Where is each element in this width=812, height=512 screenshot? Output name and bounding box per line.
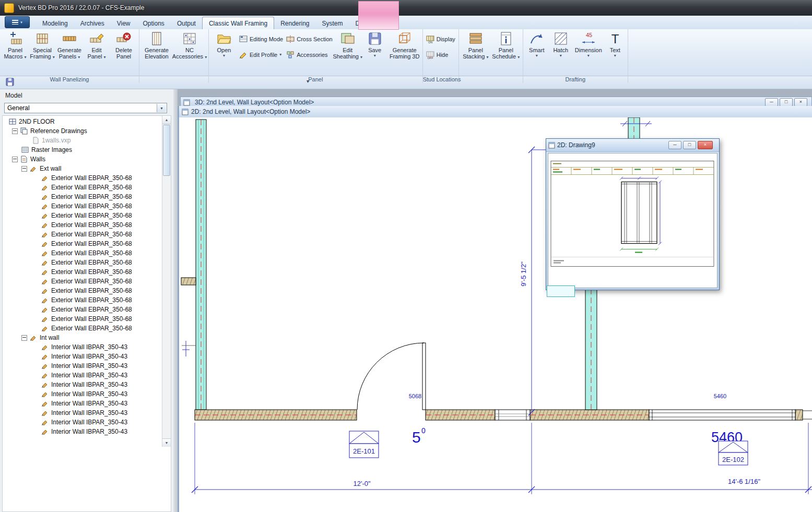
wall-pencil-icon <box>41 315 49 323</box>
chevron-down-icon: ▾ <box>78 55 80 59</box>
tab-output[interactable]: Output <box>171 17 202 29</box>
panel-stacking-button[interactable]: Panel Stacking ▾ <box>461 30 491 68</box>
tree-item-exterior-wall[interactable]: Exterior Wall EBPAR_350-68 <box>3 314 171 324</box>
tree-item-int-wall[interactable]: Int wall <box>3 333 171 342</box>
collapse-box-icon[interactable] <box>12 128 18 134</box>
scrollbar-thumb[interactable] <box>163 125 170 176</box>
smart-button[interactable]: Smart ▾ <box>525 30 549 68</box>
tree-item-interior-wall[interactable]: Interior Wall IBPAR_350-43 <box>3 371 171 380</box>
collapse-box-icon[interactable] <box>12 157 18 162</box>
tab-modeling[interactable]: Modeling <box>36 17 74 29</box>
save-button[interactable]: Save ▾ <box>361 30 389 68</box>
tree-item-2nd-floor[interactable]: 2ND FLOOR <box>3 117 171 126</box>
model-filter-combobox[interactable]: General ▼ <box>4 103 167 113</box>
chevron-down-icon: ▾ <box>536 53 538 58</box>
open-button[interactable]: Open ▾ <box>210 30 238 68</box>
tree-item-exterior-wall[interactable]: Exterior Wall EBPAR_350-68 <box>3 201 171 211</box>
wall-stub <box>181 278 196 285</box>
tree-item-interior-wall[interactable]: Interior Wall IBPAR_350-43 <box>3 389 171 399</box>
tree-item-exterior-wall[interactable]: Exterior Wall EBPAR_350-68 <box>3 277 171 286</box>
scroll-down-arrow-icon[interactable]: ▼ <box>162 438 171 447</box>
tree-item-exterior-wall[interactable]: Exterior Wall EBPAR_350-68 <box>3 258 171 267</box>
window-drawing9[interactable]: 2D: Drawing9 ─ □ × <box>546 138 720 290</box>
maximize-button[interactable]: □ <box>780 98 793 106</box>
display-studs-button[interactable]: ON Display <box>425 34 457 43</box>
nc-accessories-button[interactable]: NC Accessories ▾ <box>172 30 207 68</box>
wall-pencil-icon <box>41 249 49 257</box>
tab-archives[interactable]: Archives <box>74 17 111 29</box>
tab-options[interactable]: Options <box>137 17 171 29</box>
hatch-button[interactable]: Hatch ▾ <box>549 30 573 68</box>
tree-item-exterior-wall[interactable]: Exterior Wall EBPAR_350-68 <box>3 324 171 333</box>
tab-view[interactable]: View <box>111 17 137 29</box>
tree-scrollbar[interactable]: ▲ ▼ <box>162 116 171 447</box>
drawing9-viewport[interactable] <box>548 153 717 288</box>
tree-item-interior-wall[interactable]: Interior Wall IBPAR_350-43 <box>3 361 171 371</box>
application-menu-button[interactable]: ▾ <box>5 16 30 28</box>
tab-rendering[interactable]: Rendering <box>274 17 315 29</box>
scroll-up-arrow-icon[interactable]: ▲ <box>162 116 171 124</box>
tree-item-raster-images[interactable]: Raster Images <box>3 145 171 154</box>
panel-macros-button[interactable]: Panel Macros ▾ <box>2 30 29 68</box>
tree-item-exterior-wall[interactable]: Exterior Wall EBPAR_350-68 <box>3 239 171 248</box>
tree-item-exterior-wall[interactable]: Exterior Wall EBPAR_350-68 <box>3 248 171 258</box>
editing-mode-button[interactable]: Editing Mode <box>238 34 285 43</box>
dimension-button[interactable]: 45 Dimension ▾ <box>573 30 604 68</box>
combo-arrow-icon[interactable]: ▼ <box>157 104 166 112</box>
tree-item-exterior-wall[interactable]: Exterior Wall EBPAR_350-68 <box>3 192 171 201</box>
title-bar[interactable]: Vertex BD Pro 2016 / 22.0.07 - CFS-Examp… <box>0 0 812 16</box>
delete-panel-button[interactable]: Delete Panel <box>110 30 137 68</box>
tree-item-interior-wall[interactable]: Interior Wall IBPAR_350-43 <box>3 427 171 436</box>
tree-item-exterior-wall[interactable]: Exterior Wall EBPAR_350-68 <box>3 286 171 295</box>
selected-element-box[interactable] <box>547 285 575 297</box>
floating-window-titlebar[interactable]: 2D: Drawing9 ─ □ × <box>546 139 719 152</box>
tree-item-interior-wall[interactable]: Interior Wall IBPAR_350-43 <box>3 399 171 408</box>
tree-item-walls[interactable]: Walls <box>3 154 171 164</box>
tree-item-reference-drawings[interactable]: Reference Drawings <box>3 126 171 136</box>
accessories-button[interactable]: Accessories <box>285 50 334 59</box>
panel-splitter[interactable] <box>173 89 178 512</box>
svg-text:5: 5 <box>412 428 421 446</box>
generate-framing-3d-button[interactable]: Generate Framing 3D <box>389 30 421 68</box>
front-window-titlebar[interactable]: 2D: 2nd Level, Wall Layout<Option Model> <box>179 106 812 118</box>
editing-mode-icon <box>239 35 248 43</box>
edit-panel-button[interactable]: Edit Panel ▾ <box>83 30 110 68</box>
tree-item-ext-wall[interactable]: Ext wall <box>3 164 171 173</box>
tree-item-exterior-wall[interactable]: Exterior Wall EBPAR_350-68 <box>3 211 171 220</box>
raster-images-icon <box>21 146 29 153</box>
tab-classic-wall-framing[interactable]: Classic Wall Framing <box>202 17 274 29</box>
tree-item-exterior-wall[interactable]: Exterior Wall EBPAR_350-68 <box>3 305 171 314</box>
tree-item-exterior-wall[interactable]: Exterior Wall EBPAR_350-68 <box>3 230 171 239</box>
tree-item-exterior-wall[interactable]: Exterior Wall EBPAR_350-68 <box>3 267 171 277</box>
ribbon-tab-row: ▾ Modeling Archives View Options Output … <box>0 16 812 29</box>
generate-elevation-button[interactable]: Generate Elevation <box>141 30 172 68</box>
tree-item-interior-wall[interactable]: Interior Wall IBPAR_350-43 <box>3 418 171 427</box>
tree-item-exterior-wall[interactable]: Exterior Wall EBPAR_350-68 <box>3 295 171 305</box>
tree-item-interior-wall[interactable]: Interior Wall IBPAR_350-43 <box>3 380 171 389</box>
svg-text:0: 0 <box>421 426 426 435</box>
edit-sheathing-button[interactable]: Edit Sheathing ▾ <box>334 30 361 68</box>
wall-left-exterior <box>196 120 206 410</box>
tree-item-exterior-wall[interactable]: Exterior Wall EBPAR_350-68 <box>3 220 171 230</box>
minimize-button[interactable]: ─ <box>765 98 778 106</box>
text-button[interactable]: T Text ▾ <box>604 30 626 68</box>
maximize-button[interactable]: □ <box>683 141 696 149</box>
special-framing-button[interactable]: Special Framing ▾ <box>29 30 56 68</box>
tree-item-exterior-wall[interactable]: Exterior Wall EBPAR_350-68 <box>3 183 171 192</box>
generate-panels-button[interactable]: Generate Panels ▾ <box>56 30 83 68</box>
tree-item-ref-file[interactable]: 1walls.vxp <box>3 136 171 145</box>
minimize-button[interactable]: ─ <box>668 141 681 149</box>
tree-item-interior-wall[interactable]: Interior Wall IBPAR_350-43 <box>3 408 171 418</box>
collapse-box-icon[interactable] <box>21 166 27 172</box>
tree-item-exterior-wall[interactable]: Exterior Wall EBPAR_350-68 <box>3 173 171 183</box>
panel-schedule-button[interactable]: Panel Schedule ▾ <box>491 30 521 68</box>
tree-item-interior-wall[interactable]: Interior Wall IBPAR_350-43 <box>3 352 171 361</box>
tab-system[interactable]: System <box>316 17 349 29</box>
close-button[interactable]: × <box>794 98 807 106</box>
hide-studs-button[interactable]: OFF Hide <box>425 50 457 59</box>
tree-item-interior-wall[interactable]: Interior Wall IBPAR_350-43 <box>3 342 171 352</box>
close-button[interactable]: × <box>698 141 713 149</box>
edit-profile-button[interactable]: Edit Profile ▾ <box>238 50 285 59</box>
collapse-box-icon[interactable] <box>21 335 27 341</box>
cross-section-button[interactable]: Cross Section <box>285 34 334 43</box>
